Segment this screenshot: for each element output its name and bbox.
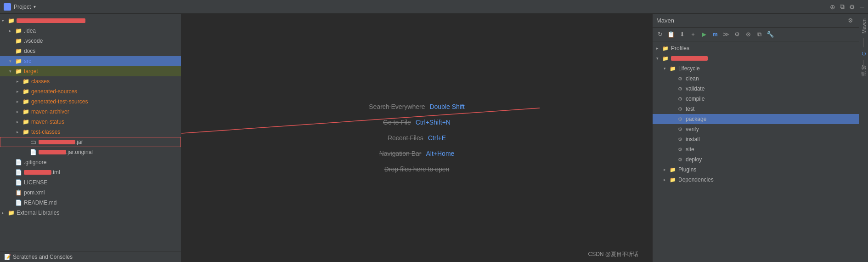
file-tree-panel: 📁 📁 .idea 📁 .vscode 📁 docs — [0, 14, 181, 262]
maven-item-lifecycle[interactable]: 📁 Lifecycle — [653, 63, 859, 74]
tree-item-gen-test-sources[interactable]: 📁 generated-test-sources — [0, 97, 181, 107]
c-vertical-tab[interactable]: C — [860, 49, 868, 58]
watermark: CSDN @夏目不听话 — [588, 251, 638, 258]
file-tree-content: 📁 📁 .idea 📁 .vscode 📁 docs — [0, 14, 181, 251]
top-bar-left: Project ▾ — [4, 3, 36, 11]
tree-item-iml[interactable]: 📄 .iml — [0, 167, 181, 177]
tree-item-idea[interactable]: 📁 .idea — [0, 26, 181, 36]
clipboard-icon[interactable]: 📋 — [666, 30, 676, 39]
tree-label-gitignore: .gitignore — [24, 159, 46, 165]
maven-item-package[interactable]: ⚙ package — [653, 114, 859, 124]
tree-item-pomxml[interactable]: 📋 pom.xml — [0, 188, 181, 198]
folder-icon-ext-libs: 📁 — [7, 209, 15, 216]
tree-item-maven-archiver[interactable]: 📁 maven-archiver — [0, 107, 181, 117]
skip-icon[interactable]: ≫ — [721, 30, 731, 39]
project-icon — [4, 3, 11, 11]
tree-item-target[interactable]: 📁 target — [0, 66, 181, 76]
tree-item-root[interactable]: 📁 — [0, 16, 181, 26]
maven-folder-icon-project-root: 📁 — [662, 55, 669, 62]
maven-item-plugins[interactable]: 📁 Plugins — [653, 165, 859, 175]
maven-item-dependencies[interactable]: 📁 Dependencies — [653, 175, 859, 185]
tree-item-gitignore[interactable]: 📄 .gitignore — [0, 157, 181, 167]
maven-item-compile[interactable]: ⚙ compile — [653, 94, 859, 104]
shortcut-row-goto: Go to File Ctrl+Shift+N — [383, 119, 451, 126]
tree-item-jar[interactable]: 🗃 .jar — [0, 137, 181, 147]
maven-item-validate[interactable]: ⚙ validate — [653, 84, 859, 94]
maven-gear-icon-package: ⚙ — [676, 115, 684, 123]
folder-icon-test-classes: 📁 — [22, 128, 29, 136]
maven-project-root-redacted — [671, 56, 708, 61]
maven-item-site[interactable]: ⚙ site — [653, 144, 859, 154]
shortcut-row-recent: Recent Files Ctrl+E — [388, 134, 446, 142]
tree-item-jar-original[interactable]: 📄 .jar.original — [0, 147, 181, 157]
translate-vertical-tab[interactable]: 转 — [859, 71, 868, 77]
tree-label-idea: .idea — [24, 28, 36, 34]
tree-item-ext-libs[interactable]: 📁 External Libraries — [0, 208, 181, 218]
iml-label-suffix: .iml — [51, 169, 60, 176]
maven-label-package: package — [686, 116, 706, 122]
maven-folder-icon-profiles: 📁 — [662, 45, 669, 52]
maven-arrow-dependencies — [664, 177, 669, 182]
minimize-icon[interactable]: ─ — [860, 3, 864, 11]
maven-m-icon[interactable]: m — [710, 30, 720, 39]
maven-item-verify[interactable]: ⚙ verify — [653, 124, 859, 134]
cancel-icon[interactable]: ⊗ — [744, 30, 753, 39]
tree-item-src[interactable]: 📁 src — [0, 56, 181, 66]
maven-label-install: install — [686, 136, 700, 142]
maven-item-deploy[interactable]: ⚙ deploy — [653, 154, 859, 165]
scratches-icon: 📝 — [4, 253, 11, 261]
shortcut-row-search: Search Everywhere Double Shift — [369, 103, 464, 110]
iml-label-redacted — [24, 170, 51, 175]
run-icon[interactable]: ▶ — [699, 30, 709, 39]
project-dropdown[interactable]: ▾ — [34, 4, 36, 9]
maven-item-clean[interactable]: ⚙ clean — [653, 74, 859, 84]
add-icon[interactable]: + — [688, 30, 698, 39]
svg-line-0 — [181, 108, 540, 133]
tree-item-docs[interactable]: 📁 docs — [0, 46, 181, 56]
jar-label-suffix: .jar — [75, 139, 83, 145]
tree-label-docs: docs — [24, 48, 35, 54]
tree-item-readme[interactable]: 📄 README.md — [0, 198, 181, 208]
maven-gear-icon-validate: ⚙ — [676, 85, 684, 92]
tree-label-src: src — [24, 58, 31, 64]
tree-item-gen-sources[interactable]: 📁 generated-sources — [0, 86, 181, 97]
maven-item-test[interactable]: ⚙ test — [653, 104, 859, 114]
maven-panel: Maven ⚙ ↻ 📋 ⬇ + ▶ m ≫ ⚙ ⊗ ⧉ 🔧 📁 Profiles — [652, 14, 859, 262]
refresh-icon[interactable]: ↻ — [655, 30, 665, 39]
scratches-label: Scratches and Consoles — [13, 254, 73, 260]
recent-files-key: Ctrl+E — [428, 134, 446, 142]
config-icon[interactable]: ⚙ — [733, 30, 742, 39]
maven-title: Maven — [656, 17, 674, 24]
tree-item-license[interactable]: 📄 LICENSE — [0, 177, 181, 188]
maven-item-install[interactable]: ⚙ install — [653, 134, 859, 144]
folder-icon-maven-status: 📁 — [22, 118, 29, 125]
maven-settings-icon[interactable]: ⚙ — [846, 16, 855, 25]
tree-arrow-test-classes — [17, 130, 22, 134]
folder-icon-vscode: 📁 — [15, 37, 22, 45]
split-icon[interactable]: ⧉ — [840, 3, 845, 11]
bottom-bar[interactable]: 📝 Scratches and Consoles — [0, 251, 181, 262]
maven-vertical-tab[interactable]: Maven — [860, 16, 868, 36]
plugin-vertical-tab[interactable]: 插 — [859, 78, 868, 83]
settings-icon[interactable]: ⚙ — [849, 3, 855, 11]
maven-item-profiles[interactable]: 📁 Profiles — [653, 43, 859, 53]
jar-icon: 🗃 — [29, 138, 37, 146]
main-layout: 📁 📁 .idea 📁 .vscode 📁 docs — [0, 14, 868, 262]
tree-item-maven-status[interactable]: 📁 maven-status — [0, 117, 181, 127]
top-bar-actions: ⊕ ⧉ ⚙ ─ — [830, 3, 864, 11]
globe-icon[interactable]: ⊕ — [830, 3, 835, 11]
download-icon[interactable]: ⬇ — [677, 30, 687, 39]
expand-icon[interactable]: ⧉ — [755, 30, 764, 39]
tree-item-test-classes[interactable]: 📁 test-classes — [0, 127, 181, 137]
wrench-icon[interactable]: 🔧 — [766, 30, 775, 39]
tree-item-classes[interactable]: 📁 classes — [0, 76, 181, 86]
drop-label: Drop files here to open — [384, 165, 450, 173]
goto-file-key: Ctrl+Shift+N — [416, 119, 451, 126]
maven-label-verify: verify — [686, 126, 699, 132]
project-title: Project — [14, 4, 31, 10]
file-icon-license: 📄 — [15, 179, 22, 186]
maven-item-project-root[interactable]: 📁 — [653, 53, 859, 63]
top-bar: Project ▾ ⊕ ⧉ ⚙ ─ — [0, 0, 868, 14]
tree-item-vscode[interactable]: 📁 .vscode — [0, 36, 181, 46]
right-vertical-tabs: Maven C 转 插 — [859, 14, 868, 262]
